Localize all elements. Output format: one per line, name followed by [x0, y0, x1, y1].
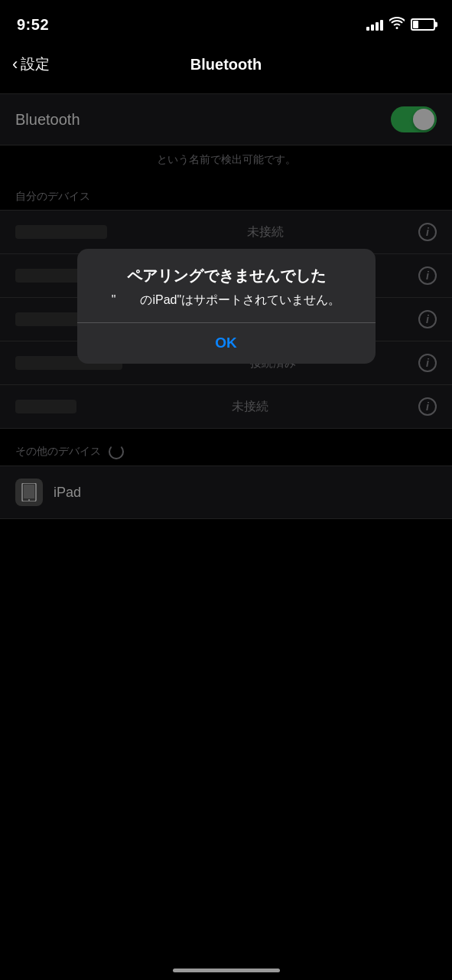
alert-dialog: ペアリングできませんでした " のiPad"はサポートされていません。 OK — [77, 249, 376, 364]
modal-backdrop: ペアリングできませんでした " のiPad"はサポートされていません。 OK — [0, 93, 452, 519]
alert-buttons: OK — [77, 322, 376, 364]
battery-icon — [411, 18, 435, 31]
back-label: 設定 — [21, 54, 50, 74]
status-time: 9:52 — [17, 16, 49, 34]
signal-bars-icon — [366, 18, 383, 31]
alert-content: ペアリングできませんでした " のiPad"はサポートされていません。 — [77, 249, 376, 322]
main-content: Bluetooth という名前で検出可能です。 自分のデバイス 未接続 i 未接… — [0, 93, 452, 519]
status-icons — [366, 17, 435, 33]
back-chevron-icon: ‹ — [12, 56, 18, 73]
home-indicator — [173, 969, 280, 972]
alert-ok-button[interactable]: OK — [77, 322, 376, 364]
wifi-icon — [389, 17, 405, 33]
status-bar: 9:52 — [0, 0, 452, 41]
nav-bar: ‹ 設定 Bluetooth — [0, 41, 452, 87]
alert-title: ペアリングできませんでした — [93, 266, 360, 286]
back-button[interactable]: ‹ 設定 — [12, 54, 50, 74]
page-title: Bluetooth — [190, 56, 262, 74]
alert-message: " のiPad"はサポートされていません。 — [93, 292, 360, 309]
